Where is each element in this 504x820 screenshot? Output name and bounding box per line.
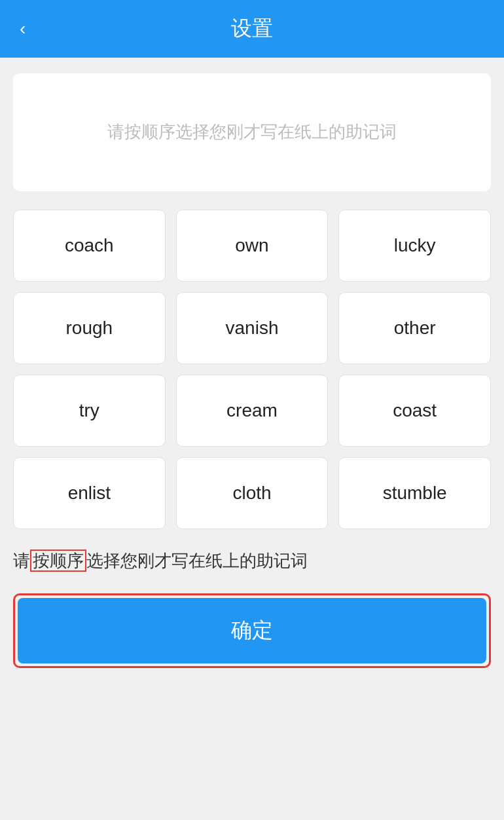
word-button[interactable]: cloth [176, 457, 329, 529]
word-button[interactable]: other [338, 292, 491, 364]
header: ‹ 设置 [0, 0, 504, 58]
word-button[interactable]: coast [338, 375, 491, 447]
mnemonic-display-area: 请按顺序选择您刚才写在纸上的助记词 [13, 73, 491, 191]
back-button[interactable]: ‹ [13, 12, 32, 46]
word-button[interactable]: stumble [338, 457, 491, 529]
word-button[interactable]: lucky [338, 210, 491, 282]
word-grid: coachownluckyroughvanishothertrycreamcoa… [13, 210, 491, 529]
instruction-suffix: 选择您刚才写在纸上的助记词 [86, 551, 308, 570]
page-title: 设置 [231, 14, 273, 43]
word-button[interactable]: rough [13, 292, 166, 364]
instruction-text: 请按顺序选择您刚才写在纸上的助记词 [13, 548, 491, 575]
word-button[interactable]: enlist [13, 457, 166, 529]
word-button[interactable]: vanish [176, 292, 329, 364]
word-button[interactable]: coach [13, 210, 166, 282]
mnemonic-placeholder-text: 请按顺序选择您刚才写在纸上的助记词 [107, 119, 397, 146]
confirm-button[interactable]: 确定 [18, 598, 486, 663]
word-button[interactable]: own [176, 210, 329, 282]
word-button[interactable]: cream [176, 375, 329, 447]
instruction-highlight: 按顺序 [30, 550, 86, 572]
main-content: 请按顺序选择您刚才写在纸上的助记词 coachownluckyroughvani… [0, 58, 504, 820]
instruction-prefix: 请 [13, 551, 30, 570]
word-button[interactable]: try [13, 375, 166, 447]
confirm-button-wrapper: 确定 [13, 593, 491, 668]
